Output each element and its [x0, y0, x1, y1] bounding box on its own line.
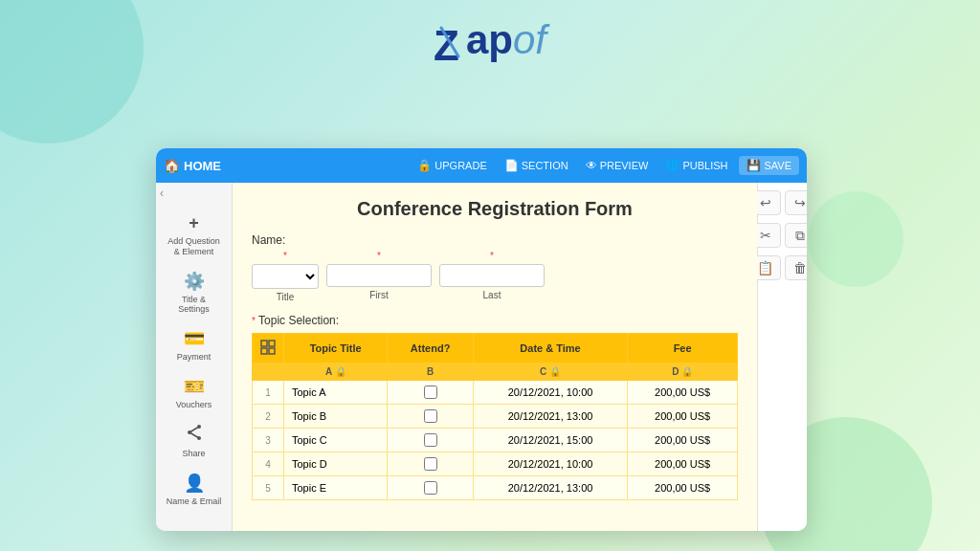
preview-label: PREVIEW: [600, 160, 649, 171]
publish-label: PUBLISH: [682, 160, 727, 171]
share-label: Share: [182, 449, 205, 459]
svg-rect-7: [261, 341, 267, 346]
table-row: 5 Topic E 20/12/2021, 13:00 200,00 US$: [253, 476, 738, 500]
sidebar-item-vouchers[interactable]: 🎫 Vouchers: [156, 368, 232, 416]
add-question-icon: +: [189, 213, 199, 233]
col-header-fee: Fee: [628, 334, 738, 364]
section-label: SECTION: [522, 160, 568, 171]
attend-checkbox[interactable]: [424, 457, 437, 471]
attend-checkbox[interactable]: [424, 409, 437, 423]
title-sublabel: Title: [277, 292, 295, 302]
preview-button[interactable]: 👁 PREVIEW: [580, 156, 655, 175]
main-layout: ‹ + Add Question& Element ⚙️ Title &Sett…: [156, 183, 807, 531]
topic-label-text: Topic Selection:: [258, 314, 339, 327]
app-window: 🏠 HOME 🔒 UPGRADE 📄 SECTION 👁 PREVIEW 🌐 P…: [156, 148, 807, 531]
name-field-label: Name:: [252, 233, 738, 247]
sidebar-item-share[interactable]: Share: [156, 416, 232, 465]
date-cell: 20/12/2021, 15:00: [473, 429, 627, 452]
fee-cell: 200,00 US$: [628, 476, 738, 500]
svg-rect-8: [269, 341, 275, 346]
sidebar-item-title-settings[interactable]: ⚙️ Title &Settings: [156, 263, 232, 321]
form-title: Conference Registration Form: [252, 198, 738, 220]
table-row: 4 Topic D 20/12/2021, 10:00 200,00 US$: [253, 452, 738, 476]
topic-required: *: [252, 316, 256, 326]
table-row: 3 Topic C 20/12/2021, 15:00 200,00 US$: [253, 429, 738, 452]
col-header-date-time: Date & Time: [473, 334, 627, 364]
vouchers-label: Vouchers: [176, 400, 212, 410]
topic-table: Topic Title Attend? Date & Time Fee A 🔒 …: [252, 333, 738, 500]
svg-line-5: [189, 427, 199, 432]
col-header-attend: Attend?: [388, 334, 473, 364]
svg-rect-10: [269, 348, 275, 354]
sidebar-collapse-button[interactable]: ‹: [160, 187, 164, 200]
name-section: Name: * Mr. Ms. Dr. Title *: [252, 233, 738, 302]
first-sublabel: First: [369, 290, 388, 300]
delete-button[interactable]: 🗑: [785, 255, 808, 280]
save-label: SAVE: [764, 160, 791, 171]
content-area: Conference Registration Form Name: * Mr.…: [233, 183, 757, 531]
redo-button[interactable]: ↪: [785, 190, 808, 215]
payment-icon: 💳: [184, 328, 205, 349]
copy-button[interactable]: ⧉: [785, 223, 808, 248]
row-number: 3: [253, 429, 284, 452]
table-row: 1 Topic A 20/12/2021, 10:00 200,00 US$: [253, 381, 738, 405]
title-settings-label: Title &Settings: [178, 295, 210, 316]
attend-cell: [388, 381, 473, 405]
attend-cell: [388, 452, 473, 476]
name-email-icon: 👤: [184, 473, 205, 494]
row-number: 4: [253, 452, 284, 476]
col-letter-c: C 🔒: [473, 364, 627, 381]
upgrade-label: UPGRADE: [434, 160, 486, 171]
topic-section-label: * Topic Selection:: [252, 314, 738, 327]
logo-area: Z apof: [0, 0, 980, 77]
topic-name-cell: Topic A: [284, 381, 388, 405]
col-letter-a: A 🔒: [284, 364, 388, 381]
home-nav-item[interactable]: 🏠 HOME: [164, 158, 221, 173]
nav-bar: 🏠 HOME 🔒 UPGRADE 📄 SECTION 👁 PREVIEW 🌐 P…: [156, 148, 807, 183]
date-cell: 20/12/2021, 10:00: [473, 452, 627, 476]
col-letter-d: D 🔒: [628, 364, 738, 381]
publish-button[interactable]: 🌐 PUBLISH: [659, 156, 733, 175]
last-name-input[interactable]: [439, 264, 545, 287]
bg-blob-mr: [808, 191, 903, 287]
title-field: * Mr. Ms. Dr. Title: [252, 251, 319, 302]
attend-checkbox[interactable]: [424, 386, 437, 399]
sidebar-item-add-question[interactable]: + Add Question& Element: [156, 206, 232, 263]
vouchers-icon: 🎫: [184, 376, 205, 397]
attend-cell: [388, 476, 473, 500]
attend-checkbox[interactable]: [424, 433, 437, 447]
upgrade-button[interactable]: 🔒 UPGRADE: [412, 156, 492, 175]
first-name-input[interactable]: [326, 264, 432, 287]
right-panel: ↩ ↪ ✂ ⧉ 📋 🗑: [757, 183, 807, 531]
save-button[interactable]: 💾 SAVE: [739, 156, 799, 175]
date-cell: 20/12/2021, 13:00: [473, 476, 627, 500]
settings-icon: ⚙️: [184, 271, 205, 292]
last-sublabel: Last: [483, 290, 501, 300]
topic-name-cell: Topic D: [284, 452, 388, 476]
sidebar-item-payment[interactable]: 💳 Payment: [156, 320, 232, 368]
section-button[interactable]: 📄 SECTION: [499, 156, 574, 175]
save-icon: 💾: [746, 159, 761, 172]
paste-delete-row: 📋 🗑: [750, 255, 808, 280]
svg-line-6: [189, 432, 199, 438]
add-question-label: Add Question& Element: [167, 236, 220, 257]
col-letter-empty: [253, 364, 284, 381]
sidebar-item-name-email[interactable]: 👤 Name & Email: [156, 465, 232, 513]
title-select[interactable]: Mr. Ms. Dr.: [252, 264, 319, 289]
logo-z-icon: Z: [434, 17, 466, 66]
undo-redo-row: ↩ ↪: [750, 190, 808, 215]
logo: Z apof: [434, 17, 546, 62]
payment-label: Payment: [177, 352, 212, 363]
required-indicator-first: *: [377, 251, 381, 261]
topic-name-cell: Topic B: [284, 405, 388, 429]
logo-text-italic: of: [513, 17, 546, 62]
svg-text:Z: Z: [434, 22, 459, 66]
row-number: 1: [253, 381, 284, 405]
attend-cell: [388, 405, 473, 429]
fee-cell: 200,00 US$: [628, 452, 738, 476]
sidebar: ‹ + Add Question& Element ⚙️ Title &Sett…: [156, 183, 233, 531]
topic-name-cell: Topic C: [284, 429, 388, 452]
attend-checkbox[interactable]: [424, 481, 437, 495]
attend-cell: [388, 429, 473, 452]
upgrade-icon: 🔒: [417, 159, 432, 172]
